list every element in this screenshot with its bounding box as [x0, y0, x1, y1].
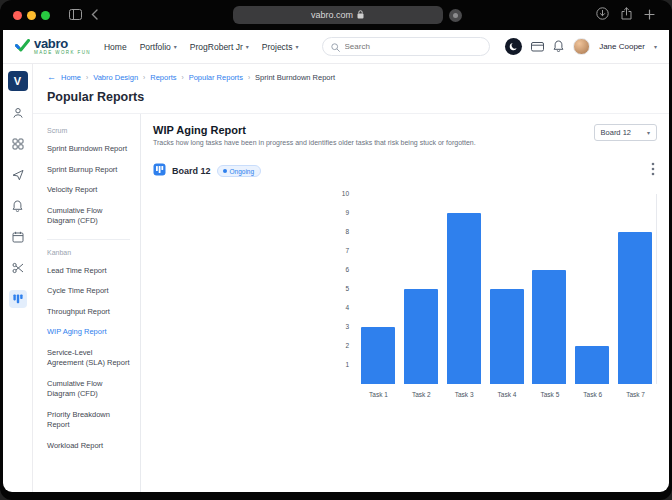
bar[interactable] [532, 270, 566, 384]
breadcrumb-separator: › [248, 74, 250, 81]
left-rail: V [3, 64, 33, 492]
breadcrumb-separator: › [143, 74, 145, 81]
dark-mode-toggle[interactable] [505, 38, 522, 55]
wip-aging-chart: 10987654321 Task 1Task 2Task 3Task 4Task… [357, 194, 657, 398]
search-box[interactable] [322, 37, 490, 56]
boards-icon[interactable] [9, 290, 27, 308]
close-window-button[interactable] [13, 11, 22, 20]
status-label: Ongoing [230, 168, 255, 175]
new-tab-icon[interactable] [644, 6, 655, 24]
scissors-icon[interactable] [9, 259, 27, 277]
downloads-icon[interactable] [596, 6, 609, 24]
breadcrumb-separator: › [86, 74, 88, 81]
sidebar-item[interactable]: Lead Time Report [47, 266, 130, 277]
bar-column [528, 194, 571, 384]
board-name: Board 12 [172, 166, 211, 176]
breadcrumb-back-icon[interactable]: ← [47, 73, 56, 82]
sidebar-item[interactable]: Service-Level Agreement (SLA) Report [47, 348, 130, 369]
reports-sidebar: ScrumSprint Burndown ReportSprint Burnup… [33, 114, 141, 492]
content-column: ← Home › Vabro Design › Reports › Popula… [33, 64, 669, 492]
calendar-icon[interactable] [9, 228, 27, 246]
sidebar-toggle-icon[interactable] [69, 6, 82, 24]
sidebar-item[interactable]: Cycle Time Report [47, 286, 130, 297]
sidebar-item[interactable]: Workload Report [47, 441, 130, 452]
bar[interactable] [447, 213, 481, 384]
browser-window: vabro.com [0, 0, 672, 500]
sidebar-item[interactable]: Velocity Report [47, 185, 130, 196]
lock-icon [357, 10, 364, 21]
zoom-window-button[interactable] [41, 11, 50, 20]
sidebar-item[interactable]: Priority Breakdown Report [47, 410, 130, 431]
y-axis-tick: 4 [345, 305, 349, 312]
sidebar-item[interactable]: Cumulative Flow Diagram (CFD) [47, 206, 130, 227]
bar-column [357, 194, 400, 384]
alerts-bell-icon[interactable] [9, 197, 27, 215]
search-icon [331, 38, 340, 56]
x-axis-label: Task 2 [400, 391, 443, 398]
notifications-bell-icon[interactable] [553, 38, 564, 56]
kebab-menu-icon[interactable] [649, 160, 657, 182]
page-title: Popular Reports [33, 87, 669, 113]
workspace-grid-icon[interactable] [9, 135, 27, 153]
sidebar-item[interactable]: Sprint Burnup Report [47, 165, 130, 176]
vabro-logo[interactable]: vabro MADE WORK FUN [15, 37, 91, 56]
x-axis-label: Task 5 [528, 391, 571, 398]
bar[interactable] [618, 232, 652, 384]
wallet-icon[interactable] [531, 38, 544, 56]
browser-chrome: vabro.com [3, 0, 669, 30]
back-icon[interactable] [91, 6, 98, 24]
x-axis-label: Task 3 [443, 391, 486, 398]
board-select[interactable]: Board 12 ▾ [594, 124, 657, 141]
breadcrumb-reports[interactable]: Reports [150, 73, 176, 82]
profile-icon[interactable] [9, 104, 27, 122]
sidebar-item[interactable]: WIP Aging Report [47, 327, 130, 338]
nav-portfolio[interactable]: Portfolio▾ [140, 42, 177, 52]
bar-column [571, 194, 614, 384]
extension-icon[interactable] [449, 9, 462, 22]
sidebar-item[interactable]: Cumulative Flow Diagram (CFD) [47, 379, 130, 400]
vabro-app-tile[interactable]: V [8, 71, 28, 91]
sidebar-item[interactable]: Sprint Burndown Report [47, 144, 130, 155]
y-axis-tick: 10 [342, 191, 349, 198]
logo-check-icon [15, 38, 30, 56]
breadcrumb-current: Sprint Burndown Report [255, 73, 335, 82]
status-dot [223, 169, 227, 173]
share-icon[interactable] [621, 6, 632, 24]
bar[interactable] [361, 327, 395, 384]
report-subtitle: Tracks how long tasks have been in progr… [153, 139, 476, 146]
chevron-down-icon[interactable]: ▾ [654, 43, 657, 50]
chart-plot: 10987654321 [357, 194, 657, 384]
bar-column [485, 194, 528, 384]
chevron-down-icon: ▾ [296, 43, 299, 50]
sidebar-section-label: Kanban [47, 249, 130, 256]
chart-xlabels: Task 1Task 2Task 3Task 4Task 5Task 6Task… [357, 391, 657, 398]
nav-progrobert-label: ProgRobert Jr [190, 42, 243, 52]
breadcrumb-home[interactable]: Home [61, 73, 81, 82]
board-row: Board 12 Ongoing [153, 160, 657, 182]
chevron-down-icon: ▾ [647, 129, 650, 136]
nav-projects-label: Projects [262, 42, 293, 52]
report-title: WIP Aging Report [153, 124, 476, 136]
breadcrumb-popular-reports[interactable]: Popular Reports [189, 73, 243, 82]
logo-tagline: MADE WORK FUN [34, 51, 91, 56]
bar[interactable] [404, 289, 438, 384]
nav-portfolio-label: Portfolio [140, 42, 171, 52]
bar-column [442, 194, 485, 384]
send-icon[interactable] [9, 166, 27, 184]
user-avatar[interactable] [573, 38, 590, 55]
x-axis-label: Task 6 [571, 391, 614, 398]
bar[interactable] [575, 346, 609, 384]
y-axis-tick: 6 [345, 267, 349, 274]
breadcrumb-vabro-design[interactable]: Vabro Design [93, 73, 138, 82]
minimize-window-button[interactable] [27, 11, 36, 20]
bar[interactable] [490, 289, 524, 384]
sidebar-item[interactable]: Throughput Report [47, 307, 130, 318]
address-bar[interactable]: vabro.com [233, 6, 443, 24]
nav-home[interactable]: Home [104, 42, 127, 52]
nav-home-label: Home [104, 42, 127, 52]
nav-projects[interactable]: Projects▾ [262, 42, 299, 52]
nav-progrobert[interactable]: ProgRobert Jr▾ [190, 42, 249, 52]
x-axis-label: Task 4 [486, 391, 529, 398]
search-input[interactable] [345, 42, 481, 51]
x-axis-label: Task 1 [357, 391, 400, 398]
